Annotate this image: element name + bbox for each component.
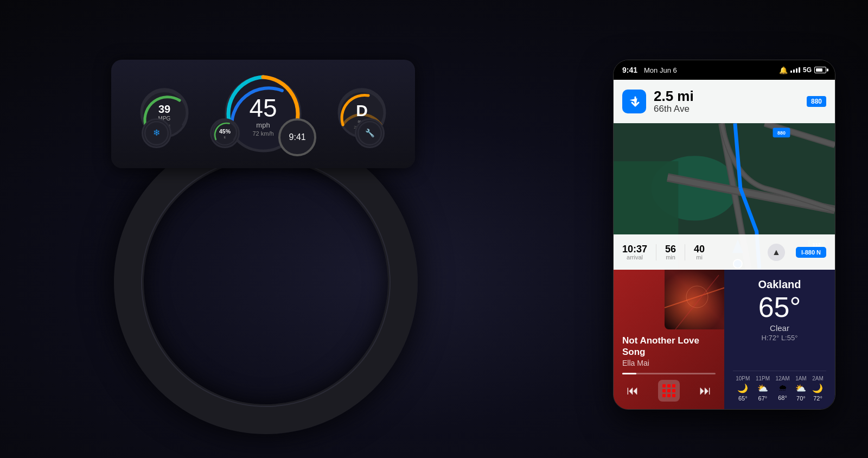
- song-title: Not Another Love Song: [622, 335, 716, 358]
- nav-minutes: 56 min: [665, 244, 676, 260]
- svg-text:39: 39: [158, 103, 170, 115]
- nav-stat-divider-2: [685, 244, 685, 260]
- status-bar: 9:41 Mon Jun 6 🔔 5G: [614, 60, 835, 80]
- dashboard-clock: 9:41: [278, 118, 316, 156]
- nav-bottom-bar: 10:37 arrival 56 min 40 mi ▲ I-880 N: [614, 234, 835, 270]
- svg-text:E: E: [224, 136, 226, 139]
- status-icons: 🔔 5G: [779, 66, 826, 74]
- weather-range: H:72° L:55°: [733, 334, 826, 342]
- battery-icon: [814, 67, 826, 73]
- carplay-panel: 9:41 Mon Jun 6 🔔 5G: [613, 60, 835, 410]
- nav-arrival-time: 10:37 arrival: [622, 244, 647, 260]
- map-section[interactable]: 880 112 2.5 mi 66th Ave 880: [614, 80, 835, 270]
- steering-wheel-ring: [114, 130, 418, 434]
- svg-line-35: [665, 286, 724, 308]
- next-button[interactable]: ⏭: [699, 384, 711, 398]
- nav-miles: 40 mi: [694, 244, 705, 260]
- svg-text:❄: ❄: [153, 128, 160, 137]
- small-gauges-row: ❄ 45% E 9:41 🔧: [111, 118, 415, 156]
- weather-temperature: 65°: [733, 293, 826, 321]
- music-info: Not Another Love Song Ella Mai: [622, 335, 716, 380]
- weather-panel: Oakland 65° Clear H:72° L:55° 10PM 🌙 65°…: [724, 270, 835, 410]
- music-progress-bar: [622, 373, 716, 374]
- svg-text:880: 880: [777, 130, 786, 136]
- nav-highway-label: I-880 N: [796, 247, 826, 258]
- song-artist: Ella Mai: [622, 359, 716, 367]
- weather-hour-4: 2AM 🌙 72°: [812, 376, 824, 402]
- nav-direction-arrow: [622, 90, 646, 113]
- ac-gauge: ❄: [142, 118, 171, 148]
- nav-highway-badge: 880: [807, 96, 826, 107]
- grid-dots: [662, 384, 675, 397]
- svg-text:🔧: 🔧: [365, 128, 375, 138]
- weather-location: Oakland: [733, 278, 826, 291]
- music-controls: ⏮ ⏭: [622, 380, 716, 402]
- nav-distance: 2.5 mi: [654, 88, 799, 104]
- weather-condition: Clear: [733, 323, 826, 333]
- music-panel[interactable]: Not Another Love Song Ella Mai ⏮: [614, 270, 724, 410]
- bell-icon: 🔔: [779, 66, 788, 74]
- svg-text:D: D: [356, 101, 368, 119]
- prev-button[interactable]: ⏮: [627, 384, 639, 398]
- weather-hour-2: 12AM 🌧 68°: [776, 376, 790, 402]
- bottom-panels: Not Another Love Song Ella Mai ⏮: [614, 270, 835, 410]
- music-grid-button[interactable]: [658, 380, 680, 402]
- oil-gauge: 🔧: [355, 118, 385, 148]
- album-art: [665, 270, 724, 329]
- nav-expand-button[interactable]: ▲: [768, 244, 785, 261]
- weather-hour-1: 11PM ⛅ 67°: [756, 376, 770, 402]
- status-time: 9:41: [622, 66, 637, 74]
- network-type: 5G: [803, 66, 812, 74]
- fuel-gauge: 45% E: [210, 118, 240, 148]
- status-date: Mon Jun 6: [644, 66, 677, 74]
- weather-hour-3: 1AM ⛅ 70°: [795, 376, 807, 402]
- nav-banner: 2.5 mi 66th Ave 880: [614, 80, 835, 123]
- signal-icon: [790, 67, 800, 73]
- weather-hour-0: 10PM 🌙 65°: [736, 376, 750, 402]
- music-progress-fill: [622, 373, 636, 374]
- nav-info: 2.5 mi 66th Ave: [654, 88, 799, 115]
- weather-hourly: 10PM 🌙 65° 11PM ⛅ 67° 12AM 🌧 68° 1AM ⛅: [733, 371, 826, 402]
- svg-text:45%: 45%: [219, 129, 231, 135]
- nav-stat-divider-1: [656, 244, 656, 260]
- nav-street: 66th Ave: [654, 104, 799, 114]
